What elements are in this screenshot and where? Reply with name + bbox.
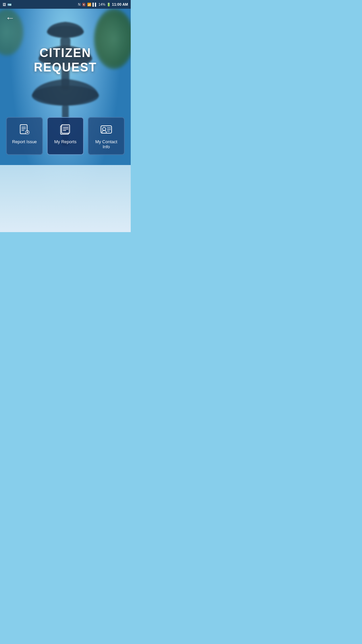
battery-icon: 🔋 — [107, 3, 111, 6]
battery-level: 14% — [99, 3, 105, 6]
mute-icon: 🔇 — [82, 3, 86, 6]
wifi-icon: 📶 — [87, 3, 91, 6]
my-reports-button[interactable]: My Reports — [47, 117, 84, 155]
svg-point-19 — [103, 127, 106, 130]
id-icon: 🪪 — [7, 3, 11, 6]
back-button[interactable]: ← — [4, 12, 16, 24]
signal-icon: ▌▌ — [93, 3, 97, 6]
back-arrow-icon: ← — [5, 13, 15, 23]
status-time: 11:00 AM — [112, 2, 128, 6]
reports-icon — [59, 123, 72, 136]
contact-card-icon — [100, 123, 113, 136]
my-reports-label: My Reports — [54, 139, 76, 145]
nfc-icon: N — [78, 3, 80, 6]
photo-icon: 🖼 — [3, 3, 6, 6]
status-bar-right: N 🔇 📶 ▌▌ 14% 🔋 11:00 AM — [78, 2, 128, 6]
page-title: CITIZEN REQUEST — [0, 46, 131, 74]
menu-buttons: Report Issue My Reports My Contact Info — [0, 117, 131, 155]
status-bar-left: 🖼 🪪 — [3, 3, 11, 6]
status-bar: 🖼 🪪 N 🔇 📶 ▌▌ 14% 🔋 11:00 AM — [0, 0, 131, 9]
my-contact-info-button[interactable]: My Contact Info — [88, 117, 125, 155]
edit-document-icon — [18, 123, 31, 136]
my-contact-info-label: My Contact Info — [91, 139, 121, 150]
report-issue-button[interactable]: Report Issue — [6, 117, 43, 155]
report-issue-label: Report Issue — [12, 139, 37, 145]
